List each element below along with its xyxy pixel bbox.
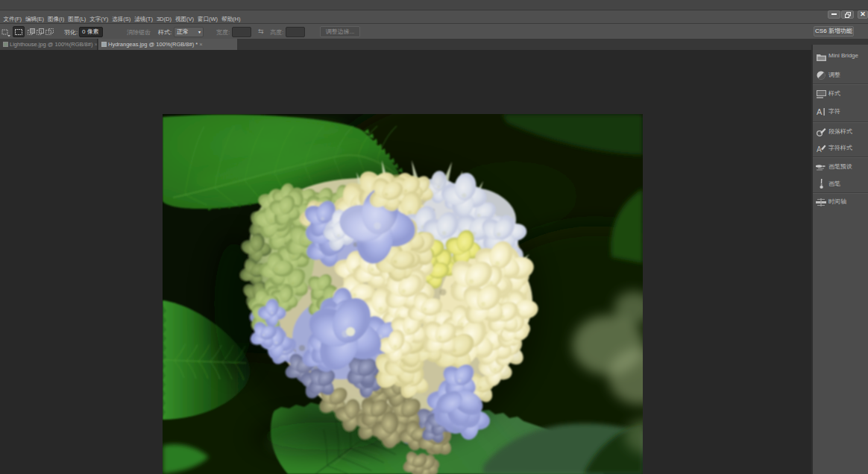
- svg-text:A: A: [817, 145, 822, 153]
- svg-text:A: A: [817, 107, 823, 116]
